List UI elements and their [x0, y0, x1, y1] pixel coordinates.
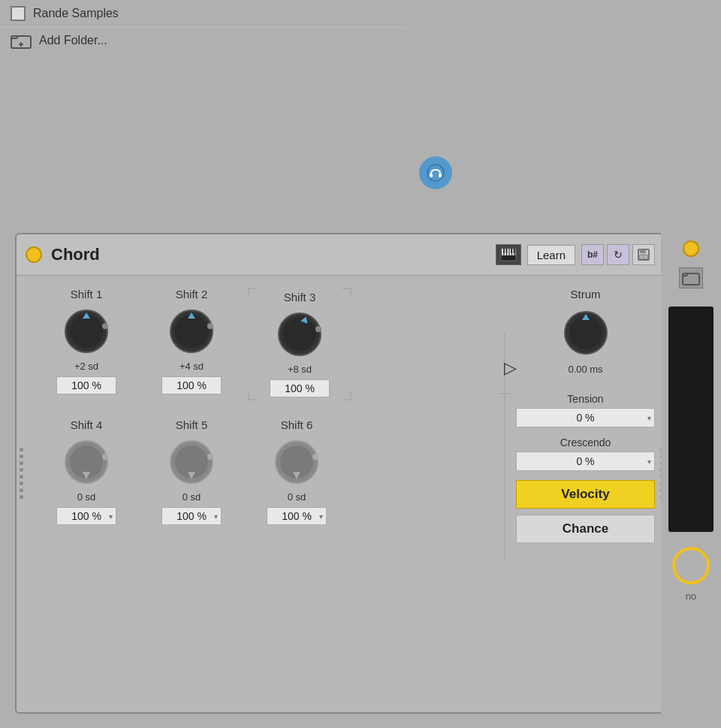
cycle-button[interactable]: ↻: [607, 244, 629, 265]
shift-1-knob[interactable]: [60, 305, 113, 358]
dot: [20, 468, 23, 472]
svg-point-22: [70, 315, 103, 348]
right-side-panel: no: [661, 233, 721, 714]
shift-5-control: Shift 5 0 sd 100 % ▾: [143, 418, 240, 525]
connector-line-bottom: [504, 394, 505, 560]
connector-line-top: [504, 333, 505, 393]
crescendo-label: Crescendo: [516, 436, 655, 449]
bracket-tr: [342, 288, 351, 297]
strum-label: Strum: [570, 288, 600, 301]
headphone-area: [406, 150, 466, 195]
svg-point-32: [315, 326, 321, 332]
key-signature-label: b#: [587, 249, 598, 260]
bracket-bl: [248, 391, 257, 400]
shifts-top-row: Shift 1 +2 sd 100 %: [38, 288, 493, 400]
svg-point-40: [207, 454, 213, 460]
shift-4-value: 0 sd: [77, 491, 96, 503]
dot: [20, 475, 23, 479]
learn-button[interactable]: Learn: [527, 245, 575, 265]
svg-point-46: [569, 316, 602, 349]
crescendo-box[interactable]: 0 % ▾: [516, 452, 655, 471]
shift-2-label: Shift 2: [176, 288, 208, 301]
shift-2-value: +4 sd: [179, 361, 204, 372]
svg-rect-4: [430, 174, 433, 177]
chord-plugin-panel: Chord Learn b# ↻: [15, 233, 668, 714]
shift-3-value: +8 sd: [288, 364, 312, 375]
crescendo-control: Crescendo 0 % ▾: [516, 436, 655, 471]
dot: [20, 461, 23, 465]
shift-4-knob[interactable]: [60, 436, 113, 488]
power-button[interactable]: [26, 246, 42, 263]
no-label: no: [686, 591, 696, 602]
svg-point-36: [102, 454, 108, 460]
shift-3-knob[interactable]: [273, 308, 326, 361]
shift-6-value: 0 sd: [288, 491, 306, 503]
shift-3-control: Shift 3 +8 sd 100 %: [251, 291, 348, 397]
ring-control[interactable]: [672, 547, 710, 585]
dot: [20, 488, 23, 492]
add-folder-label: Add Folder...: [39, 34, 107, 47]
dot: [20, 495, 23, 499]
key-signature-button[interactable]: b#: [581, 244, 604, 265]
plugin-title: Chord: [51, 245, 496, 264]
shift-4-label: Shift 4: [71, 418, 103, 431]
velocity-button[interactable]: Velocity: [516, 480, 655, 509]
piano-icon-button[interactable]: [496, 244, 521, 265]
save-button[interactable]: [632, 244, 655, 265]
svg-point-3: [427, 165, 444, 181]
shift-4-percent-box[interactable]: 100 % ▾: [56, 507, 116, 525]
add-folder-row[interactable]: Add Folder...: [0, 28, 406, 53]
random-samples-label: Rande Samples: [33, 7, 119, 20]
shift-1-value: +2 sd: [74, 361, 98, 372]
shift-2-knob[interactable]: [165, 305, 218, 358]
shift-1-percent-box[interactable]: 100 %: [56, 376, 116, 394]
shift-6-arrow: ▾: [319, 512, 323, 521]
svg-rect-12: [514, 249, 515, 255]
tension-box[interactable]: 0 % ▾: [516, 408, 655, 427]
svg-rect-18: [640, 249, 646, 253]
shifts-grid: Shift 1 +2 sd 100 %: [38, 288, 493, 560]
shift-5-knob[interactable]: [165, 436, 218, 488]
tension-control: Tension 0 % ▾: [516, 393, 655, 427]
shift-5-percent-box[interactable]: 100 % ▾: [161, 507, 222, 525]
bracket-br: [342, 391, 351, 400]
shift-3-label: Shift 3: [284, 291, 316, 304]
svg-rect-13: [503, 249, 505, 253]
top-right-area: [406, 0, 721, 218]
tension-value: 0 %: [576, 412, 594, 424]
shift-6-percent-box[interactable]: 100 % ▾: [267, 507, 327, 525]
crescendo-arrow: ▾: [647, 458, 651, 466]
svg-rect-15: [511, 249, 512, 253]
file-browser: Rande Samples Add Folder...: [0, 0, 406, 218]
headphone-icon[interactable]: [419, 156, 452, 189]
random-samples-row[interactable]: Rande Samples: [0, 0, 406, 28]
shift-2-percent-box[interactable]: 100 %: [161, 376, 222, 394]
cycle-icon: ↻: [614, 249, 623, 261]
right-power-button[interactable]: [683, 240, 699, 257]
svg-rect-20: [641, 255, 646, 258]
strum-knob[interactable]: [560, 307, 612, 359]
svg-point-26: [175, 315, 208, 348]
left-resize-handle[interactable]: [17, 443, 26, 503]
svg-rect-5: [439, 174, 442, 177]
shift-1-percent: 100 %: [71, 379, 101, 391]
shift-2-percent: 100 %: [176, 379, 207, 391]
shift-3-percent-box[interactable]: 100 %: [270, 379, 330, 397]
shift-6-label: Shift 6: [281, 418, 313, 431]
shift-3-bracket-group: Shift 3 +8 sd 100 %: [248, 288, 351, 400]
shift-6-control: Shift 6 0 sd 100 % ▾: [248, 418, 345, 525]
random-samples-checkbox[interactable]: [11, 6, 26, 21]
shift-5-label: Shift 5: [176, 418, 208, 431]
shift-4-arrow: ▾: [109, 512, 113, 521]
shift-6-knob[interactable]: [270, 436, 323, 488]
shift-5-percent: 100 %: [176, 510, 207, 522]
right-folder-button[interactable]: [679, 267, 703, 288]
svg-point-28: [207, 323, 213, 329]
crescendo-value: 0 %: [576, 455, 594, 467]
chance-button[interactable]: Chance: [516, 515, 655, 543]
shift-2-control: Shift 2 +4 sd 100 %: [143, 288, 240, 400]
dot: [20, 482, 23, 485]
bracket-tl: [248, 288, 257, 297]
shift-1-control: Shift 1 +2 sd 100 %: [38, 288, 135, 400]
chord-header: Chord Learn b# ↻: [17, 234, 667, 276]
